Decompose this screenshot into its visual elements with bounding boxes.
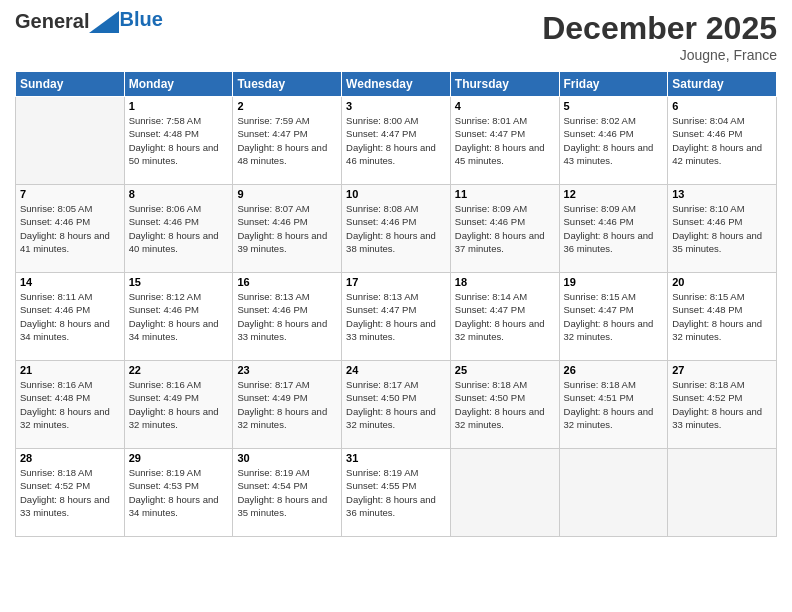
- col-header-friday: Friday: [559, 72, 668, 97]
- day-cell: 9Sunrise: 8:07 AMSunset: 4:46 PMDaylight…: [233, 185, 342, 273]
- day-detail: Sunrise: 8:07 AMSunset: 4:46 PMDaylight:…: [237, 202, 337, 255]
- day-number: 21: [20, 364, 120, 376]
- week-row-1: 1Sunrise: 7:58 AMSunset: 4:48 PMDaylight…: [16, 97, 777, 185]
- week-row-3: 14Sunrise: 8:11 AMSunset: 4:46 PMDayligh…: [16, 273, 777, 361]
- day-detail: Sunrise: 8:09 AMSunset: 4:46 PMDaylight:…: [564, 202, 664, 255]
- day-detail: Sunrise: 8:15 AMSunset: 4:48 PMDaylight:…: [672, 290, 772, 343]
- day-cell: 30Sunrise: 8:19 AMSunset: 4:54 PMDayligh…: [233, 449, 342, 537]
- day-cell: 22Sunrise: 8:16 AMSunset: 4:49 PMDayligh…: [124, 361, 233, 449]
- title-block: December 2025 Jougne, France: [542, 10, 777, 63]
- logo-blue: Blue: [119, 8, 162, 31]
- day-number: 13: [672, 188, 772, 200]
- week-row-5: 28Sunrise: 8:18 AMSunset: 4:52 PMDayligh…: [16, 449, 777, 537]
- day-detail: Sunrise: 8:08 AMSunset: 4:46 PMDaylight:…: [346, 202, 446, 255]
- day-detail: Sunrise: 8:12 AMSunset: 4:46 PMDaylight:…: [129, 290, 229, 343]
- day-number: 18: [455, 276, 555, 288]
- day-cell: 23Sunrise: 8:17 AMSunset: 4:49 PMDayligh…: [233, 361, 342, 449]
- day-number: 17: [346, 276, 446, 288]
- col-header-tuesday: Tuesday: [233, 72, 342, 97]
- day-detail: Sunrise: 8:16 AMSunset: 4:49 PMDaylight:…: [129, 378, 229, 431]
- day-cell: 18Sunrise: 8:14 AMSunset: 4:47 PMDayligh…: [450, 273, 559, 361]
- day-cell: 11Sunrise: 8:09 AMSunset: 4:46 PMDayligh…: [450, 185, 559, 273]
- day-number: 22: [129, 364, 229, 376]
- col-header-saturday: Saturday: [668, 72, 777, 97]
- day-number: 7: [20, 188, 120, 200]
- day-number: 6: [672, 100, 772, 112]
- day-detail: Sunrise: 8:17 AMSunset: 4:49 PMDaylight:…: [237, 378, 337, 431]
- day-cell: 3Sunrise: 8:00 AMSunset: 4:47 PMDaylight…: [342, 97, 451, 185]
- day-cell: 4Sunrise: 8:01 AMSunset: 4:47 PMDaylight…: [450, 97, 559, 185]
- day-detail: Sunrise: 8:10 AMSunset: 4:46 PMDaylight:…: [672, 202, 772, 255]
- day-cell: 25Sunrise: 8:18 AMSunset: 4:50 PMDayligh…: [450, 361, 559, 449]
- week-row-4: 21Sunrise: 8:16 AMSunset: 4:48 PMDayligh…: [16, 361, 777, 449]
- day-cell: 26Sunrise: 8:18 AMSunset: 4:51 PMDayligh…: [559, 361, 668, 449]
- svg-marker-0: [89, 11, 119, 33]
- page-header: General Blue December 2025 Jougne, Franc…: [15, 10, 777, 63]
- col-header-monday: Monday: [124, 72, 233, 97]
- logo: General Blue: [15, 10, 163, 33]
- day-cell: 31Sunrise: 8:19 AMSunset: 4:55 PMDayligh…: [342, 449, 451, 537]
- day-cell: [668, 449, 777, 537]
- day-detail: Sunrise: 8:18 AMSunset: 4:52 PMDaylight:…: [20, 466, 120, 519]
- day-detail: Sunrise: 8:09 AMSunset: 4:46 PMDaylight:…: [455, 202, 555, 255]
- day-detail: Sunrise: 8:02 AMSunset: 4:46 PMDaylight:…: [564, 114, 664, 167]
- day-cell: 2Sunrise: 7:59 AMSunset: 4:47 PMDaylight…: [233, 97, 342, 185]
- day-number: 9: [237, 188, 337, 200]
- week-row-2: 7Sunrise: 8:05 AMSunset: 4:46 PMDaylight…: [16, 185, 777, 273]
- day-cell: 20Sunrise: 8:15 AMSunset: 4:48 PMDayligh…: [668, 273, 777, 361]
- day-number: 4: [455, 100, 555, 112]
- day-number: 31: [346, 452, 446, 464]
- day-detail: Sunrise: 8:11 AMSunset: 4:46 PMDaylight:…: [20, 290, 120, 343]
- day-cell: 21Sunrise: 8:16 AMSunset: 4:48 PMDayligh…: [16, 361, 125, 449]
- day-number: 12: [564, 188, 664, 200]
- day-detail: Sunrise: 7:59 AMSunset: 4:47 PMDaylight:…: [237, 114, 337, 167]
- day-cell: 12Sunrise: 8:09 AMSunset: 4:46 PMDayligh…: [559, 185, 668, 273]
- day-detail: Sunrise: 8:18 AMSunset: 4:52 PMDaylight:…: [672, 378, 772, 431]
- day-detail: Sunrise: 8:18 AMSunset: 4:50 PMDaylight:…: [455, 378, 555, 431]
- day-detail: Sunrise: 8:14 AMSunset: 4:47 PMDaylight:…: [455, 290, 555, 343]
- day-cell: 13Sunrise: 8:10 AMSunset: 4:46 PMDayligh…: [668, 185, 777, 273]
- day-detail: Sunrise: 8:01 AMSunset: 4:47 PMDaylight:…: [455, 114, 555, 167]
- day-detail: Sunrise: 8:17 AMSunset: 4:50 PMDaylight:…: [346, 378, 446, 431]
- day-cell: [559, 449, 668, 537]
- day-cell: 19Sunrise: 8:15 AMSunset: 4:47 PMDayligh…: [559, 273, 668, 361]
- day-detail: Sunrise: 8:16 AMSunset: 4:48 PMDaylight:…: [20, 378, 120, 431]
- day-detail: Sunrise: 8:19 AMSunset: 4:54 PMDaylight:…: [237, 466, 337, 519]
- day-number: 11: [455, 188, 555, 200]
- header-row: SundayMondayTuesdayWednesdayThursdayFrid…: [16, 72, 777, 97]
- day-number: 14: [20, 276, 120, 288]
- day-number: 23: [237, 364, 337, 376]
- day-detail: Sunrise: 7:58 AMSunset: 4:48 PMDaylight:…: [129, 114, 229, 167]
- col-header-wednesday: Wednesday: [342, 72, 451, 97]
- day-detail: Sunrise: 8:13 AMSunset: 4:47 PMDaylight:…: [346, 290, 446, 343]
- day-number: 25: [455, 364, 555, 376]
- day-number: 8: [129, 188, 229, 200]
- day-cell: 8Sunrise: 8:06 AMSunset: 4:46 PMDaylight…: [124, 185, 233, 273]
- day-detail: Sunrise: 8:05 AMSunset: 4:46 PMDaylight:…: [20, 202, 120, 255]
- day-cell: 5Sunrise: 8:02 AMSunset: 4:46 PMDaylight…: [559, 97, 668, 185]
- day-cell: 24Sunrise: 8:17 AMSunset: 4:50 PMDayligh…: [342, 361, 451, 449]
- day-number: 30: [237, 452, 337, 464]
- day-cell: 27Sunrise: 8:18 AMSunset: 4:52 PMDayligh…: [668, 361, 777, 449]
- day-number: 19: [564, 276, 664, 288]
- calendar-page: General Blue December 2025 Jougne, Franc…: [0, 0, 792, 612]
- logo-general: General: [15, 10, 89, 33]
- day-detail: Sunrise: 8:15 AMSunset: 4:47 PMDaylight:…: [564, 290, 664, 343]
- day-number: 26: [564, 364, 664, 376]
- col-header-thursday: Thursday: [450, 72, 559, 97]
- day-number: 16: [237, 276, 337, 288]
- day-number: 20: [672, 276, 772, 288]
- calendar-table: SundayMondayTuesdayWednesdayThursdayFrid…: [15, 71, 777, 537]
- day-number: 24: [346, 364, 446, 376]
- day-number: 2: [237, 100, 337, 112]
- day-number: 5: [564, 100, 664, 112]
- day-detail: Sunrise: 8:18 AMSunset: 4:51 PMDaylight:…: [564, 378, 664, 431]
- day-cell: 28Sunrise: 8:18 AMSunset: 4:52 PMDayligh…: [16, 449, 125, 537]
- day-detail: Sunrise: 8:04 AMSunset: 4:46 PMDaylight:…: [672, 114, 772, 167]
- logo-icon: [89, 11, 119, 33]
- col-header-sunday: Sunday: [16, 72, 125, 97]
- day-cell: 1Sunrise: 7:58 AMSunset: 4:48 PMDaylight…: [124, 97, 233, 185]
- day-detail: Sunrise: 8:00 AMSunset: 4:47 PMDaylight:…: [346, 114, 446, 167]
- day-cell: 14Sunrise: 8:11 AMSunset: 4:46 PMDayligh…: [16, 273, 125, 361]
- day-cell: [16, 97, 125, 185]
